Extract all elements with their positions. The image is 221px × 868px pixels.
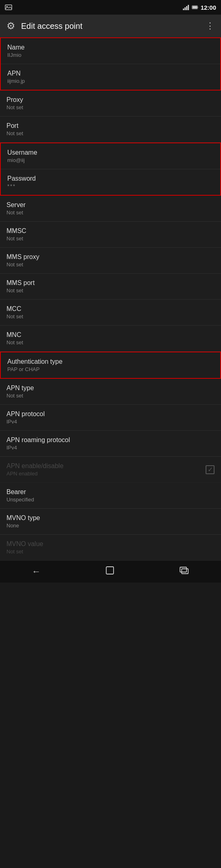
settings-gear-icon: ⚙	[6, 20, 15, 32]
value-apn-roaming: IPv4	[6, 445, 215, 451]
list-item-bearer[interactable]: Bearer Unspecified	[0, 483, 221, 509]
value-apn: iijmio.jp	[7, 78, 214, 84]
value-mms-port: Not set	[6, 287, 215, 294]
value-mcc: Not set	[6, 313, 215, 320]
value-mnc: Not set	[6, 339, 215, 345]
value-apn-enable: APN enabled	[6, 471, 64, 477]
home-button[interactable]	[97, 562, 123, 581]
label-mcc: MCC	[6, 305, 215, 313]
user-pass-group: Username mio@iijPassword ***	[0, 143, 221, 196]
value-mms-proxy: Not set	[6, 261, 215, 268]
checkbox-apn-enable: ✓	[206, 465, 215, 474]
list-item-name[interactable]: Name IIJmio	[1, 38, 220, 64]
gallery-icon	[5, 4, 12, 10]
app-bar: ⚙ Edit access point ⋮	[0, 15, 221, 37]
list-item-auth-type[interactable]: Authentication type PAP or CHAP	[0, 352, 221, 379]
status-time: 12:00	[201, 4, 216, 11]
app-bar-title: Edit access point	[21, 22, 200, 31]
recents-icon	[179, 566, 189, 575]
value-mvno-value: Not set	[6, 548, 215, 555]
svg-rect-9	[106, 567, 114, 574]
signal-icon	[183, 4, 189, 10]
list-item-mvno-type[interactable]: MVNO type None	[0, 509, 221, 535]
value-auth-type: PAP or CHAP	[7, 366, 214, 372]
label-port: Port	[6, 122, 215, 130]
label-mms-proxy: MMS proxy	[6, 253, 215, 261]
list-item-apn-type[interactable]: APN type Not set	[0, 379, 221, 405]
value-apn-type: Not set	[6, 393, 215, 399]
label-apn-type: APN type	[6, 384, 215, 392]
status-bar: 12:00	[0, 0, 221, 15]
label-proxy: Proxy	[6, 96, 215, 104]
name-apn-group: Name IIJmioAPN iijmio.jp	[0, 37, 221, 91]
value-mvno-type: None	[6, 523, 215, 529]
label-server: Server	[6, 201, 215, 209]
list-item-server[interactable]: Server Not set	[0, 196, 221, 222]
value-server: Not set	[6, 209, 215, 216]
overflow-menu-icon[interactable]: ⋮	[206, 21, 215, 31]
list-item-proxy[interactable]: Proxy Not set	[0, 91, 221, 117]
label-mms-port: MMS port	[6, 279, 215, 287]
list-item-mnc[interactable]: MNC Not set	[0, 326, 221, 352]
value-apn-protocol: IPv4	[6, 419, 215, 425]
value-username: mio@iij	[7, 157, 214, 163]
label-mvno-type: MVNO type	[6, 514, 215, 522]
svg-rect-10	[180, 567, 187, 572]
list-item-username[interactable]: Username mio@iij	[1, 143, 220, 169]
label-username: Username	[7, 149, 214, 156]
svg-rect-4	[186, 6, 187, 10]
label-apn: APN	[7, 70, 214, 77]
label-name: Name	[7, 44, 214, 51]
back-button[interactable]: ←	[24, 563, 49, 580]
list-item-apn-protocol[interactable]: APN protocol IPv4	[0, 405, 221, 431]
home-icon	[105, 565, 115, 576]
list-item-mms-port[interactable]: MMS port Not set	[0, 274, 221, 300]
label-apn-protocol: APN protocol	[6, 410, 215, 418]
list-item-mvno-value: MVNO value Not set	[0, 535, 221, 561]
value-bearer: Unspecified	[6, 497, 215, 503]
settings-list: Name IIJmioAPN iijmio.jpProxy Not setPor…	[0, 37, 221, 561]
label-auth-type: Authentication type	[7, 358, 214, 365]
label-mvno-value: MVNO value	[6, 540, 215, 548]
svg-rect-8	[192, 6, 197, 9]
battery-icon	[192, 4, 198, 10]
label-apn-enable: APN enable/disable	[6, 462, 64, 470]
label-password: Password	[7, 175, 214, 182]
svg-rect-11	[182, 569, 188, 574]
svg-rect-2	[183, 9, 184, 10]
value-mmsc: Not set	[6, 235, 215, 242]
value-name: IIJmio	[7, 52, 214, 58]
list-item-port[interactable]: Port Not set	[0, 117, 221, 143]
list-item-apn-roaming[interactable]: APN roaming protocol IPv4	[0, 431, 221, 457]
recents-button[interactable]	[171, 563, 197, 581]
label-bearer: Bearer	[6, 488, 215, 496]
list-item-mmsc[interactable]: MMSC Not set	[0, 222, 221, 248]
svg-rect-3	[185, 7, 186, 10]
list-item-mms-proxy[interactable]: MMS proxy Not set	[0, 248, 221, 274]
label-mmsc: MMSC	[6, 227, 215, 235]
list-item-apn[interactable]: APN iijmio.jp	[1, 64, 220, 90]
value-password: ***	[7, 183, 214, 189]
status-bar-left	[5, 4, 12, 10]
list-item-mcc[interactable]: MCC Not set	[0, 300, 221, 326]
svg-rect-7	[197, 7, 198, 8]
label-mnc: MNC	[6, 331, 215, 339]
nav-bar: ←	[0, 561, 221, 583]
label-apn-roaming: APN roaming protocol	[6, 436, 215, 444]
svg-rect-5	[188, 5, 189, 10]
value-proxy: Not set	[6, 104, 215, 110]
svg-rect-0	[5, 5, 12, 10]
value-port: Not set	[6, 130, 215, 136]
list-item-password[interactable]: Password ***	[1, 169, 220, 195]
status-bar-right: 12:00	[183, 4, 216, 11]
list-item-apn-enable: APN enable/disable APN enabled ✓	[0, 457, 221, 483]
